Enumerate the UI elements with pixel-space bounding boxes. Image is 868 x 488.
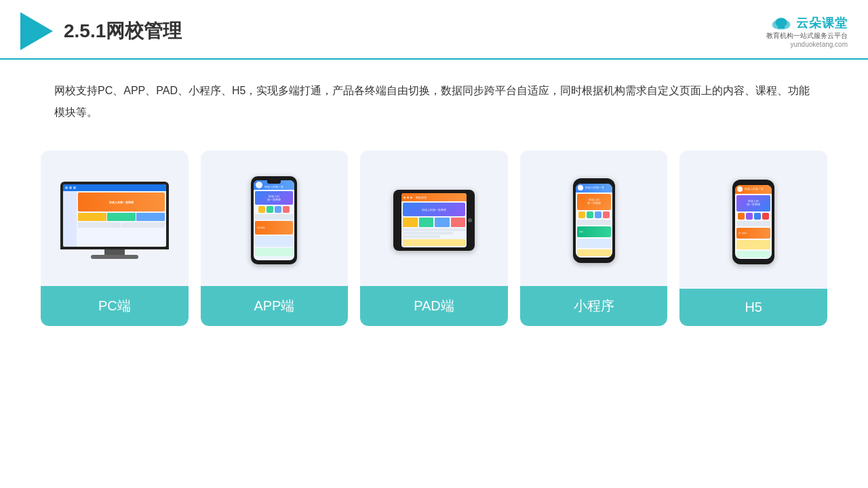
card-pc: 职途人的第一堂网课 bbox=[41, 150, 189, 326]
description: 网校支持PC、APP、PAD、小程序、H5，实现多端打通，产品各终端自由切换，数… bbox=[0, 60, 868, 137]
mini-phone-notch-miniapp bbox=[588, 181, 600, 184]
pad-screen: 网校管理 职途人的第一堂网课 bbox=[401, 193, 467, 247]
pc-screen-outer: 职途人的第一堂网课 bbox=[60, 182, 169, 249]
card-miniapp: 职途人的第一堂 职途人的第一堂网课 bbox=[520, 150, 668, 326]
phone-mockup-miniapp: 职途人的第一堂 职途人的第一堂网课 bbox=[573, 178, 615, 263]
card-pad-label: PAD端 bbox=[360, 286, 508, 326]
card-pad: 网校管理 职途人的第一堂网课 bbox=[360, 150, 508, 326]
brand-url: yunduoketang.com bbox=[790, 41, 848, 48]
page-title: 2.5.1网校管理 bbox=[64, 18, 182, 44]
phone-mockup-h5: 职途人的第一堂 职途人的第一堂网课 bbox=[732, 180, 774, 264]
brand-cloud: 云朵课堂 bbox=[769, 15, 848, 31]
phone-notch-app bbox=[267, 180, 281, 184]
pc-mockup: 职途人的第一堂网课 bbox=[60, 182, 169, 259]
card-h5-label: H5 bbox=[679, 289, 827, 326]
brand-tagline-text: 教育机构一站式服务云平台 bbox=[766, 31, 848, 41]
pad-outer: 网校管理 职途人的第一堂网课 bbox=[393, 190, 475, 251]
phone-mockup-app: 职途人的第一堂 职途人的第一堂网课 bbox=[251, 176, 297, 264]
card-pc-image: 职途人的第一堂网课 bbox=[41, 150, 189, 286]
brand-tagline: 教育机构一站式服务云平台 yunduoketang.com bbox=[766, 31, 848, 48]
mini-phone-outer-miniapp: 职途人的第一堂 职途人的第一堂网课 bbox=[573, 178, 615, 263]
card-app: 职途人的第一堂 职途人的第一堂网课 bbox=[201, 150, 349, 326]
brand-name: 云朵课堂 bbox=[796, 15, 848, 31]
mini-phone-screen-h5: 职途人的第一堂 职途人的第一堂网课 bbox=[735, 185, 772, 259]
mini-phone-screen-miniapp: 职途人的第一堂 职途人的第一堂网课 bbox=[576, 184, 612, 258]
cloud-icon bbox=[769, 15, 793, 31]
card-pad-image: 网校管理 职途人的第一堂网课 bbox=[360, 150, 508, 286]
card-app-image: 职途人的第一堂 职途人的第一堂网课 bbox=[201, 150, 349, 286]
header-right: 云朵课堂 教育机构一站式服务云平台 yunduoketang.com bbox=[766, 15, 848, 48]
svg-rect-4 bbox=[778, 25, 785, 28]
description-text: 网校支持PC、APP、PAD、小程序、H5，实现多端打通，产品各终端自由切换，数… bbox=[54, 80, 814, 123]
header-left: 2.5.1网校管理 bbox=[20, 12, 182, 50]
pad-home-button bbox=[468, 218, 472, 222]
header: 2.5.1网校管理 云朵课堂 教育机构一站式服务云平台 yunduoketang… bbox=[0, 0, 868, 60]
card-h5: 职途人的第一堂 职途人的第一堂网课 bbox=[679, 150, 827, 326]
mini-phone-outer-h5: 职途人的第一堂 职途人的第一堂网课 bbox=[732, 180, 774, 264]
phone-screen-app: 职途人的第一堂 职途人的第一堂网课 bbox=[254, 180, 294, 260]
pc-base bbox=[91, 255, 138, 259]
cards-container: 职途人的第一堂网课 bbox=[0, 137, 868, 340]
mini-phone-notch-h5 bbox=[747, 182, 760, 185]
card-pc-label: PC端 bbox=[41, 286, 189, 326]
pc-stand bbox=[104, 249, 125, 255]
card-h5-image: 职途人的第一堂 职途人的第一堂网课 bbox=[679, 150, 827, 289]
card-app-label: APP端 bbox=[201, 286, 349, 326]
card-miniapp-image: 职途人的第一堂 职途人的第一堂网课 bbox=[520, 150, 668, 286]
pad-mockup: 网校管理 职途人的第一堂网课 bbox=[393, 190, 475, 251]
card-miniapp-label: 小程序 bbox=[520, 286, 668, 326]
pc-screen-inner: 职途人的第一堂网课 bbox=[63, 184, 166, 247]
logo-triangle-icon bbox=[20, 12, 53, 50]
phone-outer-app: 职途人的第一堂 职途人的第一堂网课 bbox=[251, 176, 297, 264]
brand-logo: 云朵课堂 教育机构一站式服务云平台 yunduoketang.com bbox=[766, 15, 848, 48]
